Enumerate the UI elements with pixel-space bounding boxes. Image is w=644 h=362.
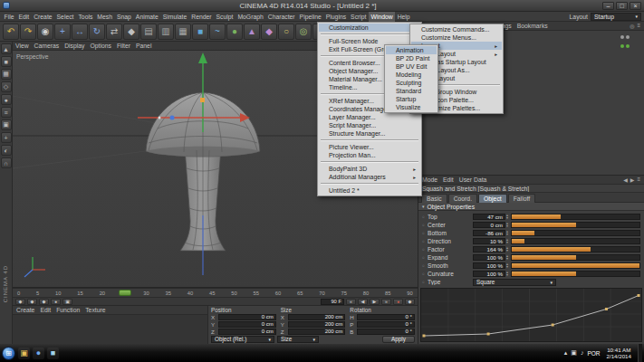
menu-item[interactable] bbox=[321, 33, 418, 35]
layout-select[interactable]: Startup ▾ bbox=[591, 13, 641, 21]
record-rotation-icon[interactable]: ◆ bbox=[39, 299, 49, 305]
autokey-button[interactable]: ◆ bbox=[405, 299, 415, 305]
menu-item[interactable]: BodyPaint 3D ▸ bbox=[319, 165, 420, 173]
value-field[interactable]: 47 cm bbox=[473, 214, 505, 220]
record-position-icon[interactable]: ◆ bbox=[15, 299, 25, 305]
value-field[interactable]: 164 % bbox=[473, 246, 505, 252]
goto-start-button[interactable]: « bbox=[346, 299, 356, 305]
next-frame-button[interactable]: » bbox=[381, 299, 391, 305]
vp-menu-filter[interactable]: Filter bbox=[117, 43, 130, 49]
taskbar-clock[interactable]: 10:41 AM 2/14/2014 bbox=[603, 347, 634, 359]
tab-basic[interactable]: Basic bbox=[421, 194, 447, 203]
add-camera-icon[interactable]: ◎ bbox=[295, 24, 312, 40]
menu-item[interactable]: Additional Managers ▸ bbox=[319, 173, 420, 181]
value-slider[interactable] bbox=[511, 238, 640, 244]
add-modeling-icon[interactable]: ▲ bbox=[244, 24, 260, 40]
last-tool-icon[interactable]: ⇄ bbox=[106, 24, 122, 40]
add-generator-icon[interactable]: ● bbox=[226, 24, 243, 40]
value-slider[interactable] bbox=[511, 214, 640, 220]
menu-item-animation[interactable]: Animation bbox=[386, 46, 437, 54]
coordinate-field[interactable]: 0 ° bbox=[357, 321, 415, 328]
menu-item[interactable]: Untitled 2 * bbox=[319, 186, 420, 195]
menu-character[interactable]: Character bbox=[265, 12, 297, 22]
polygons-mode-icon[interactable]: ▣ bbox=[1, 119, 12, 130]
rotate-tool-icon[interactable]: ↻ bbox=[89, 24, 105, 40]
render-settings-icon[interactable]: ▦ bbox=[175, 24, 191, 40]
vp-menu-options[interactable]: Options bbox=[90, 43, 111, 49]
value-slider[interactable] bbox=[511, 262, 640, 269]
coordinate-mode-dropdown[interactable]: Object (Rel.) ▾ bbox=[211, 336, 274, 343]
spinner[interactable]: ▴▾ bbox=[506, 254, 508, 260]
mat-menu-edit[interactable]: Edit bbox=[40, 307, 51, 313]
am-forward-icon[interactable]: ▶ bbox=[630, 176, 635, 183]
mat-menu-create[interactable]: Create bbox=[16, 307, 34, 313]
menu-edit[interactable]: Edit bbox=[16, 12, 32, 22]
show-desktop-button[interactable] bbox=[638, 344, 642, 362]
menu-help[interactable]: Help bbox=[395, 12, 412, 22]
value-field[interactable]: 100 % bbox=[473, 254, 505, 261]
workplane-icon[interactable]: ◇ bbox=[1, 81, 12, 92]
om-menu-bookmarks[interactable]: Bookmarks bbox=[517, 23, 548, 29]
menu-script[interactable]: Script bbox=[349, 12, 369, 22]
section-header[interactable]: ▾ Object Properties bbox=[418, 203, 644, 211]
taskbar-folder-icon[interactable]: ▣ bbox=[18, 348, 30, 359]
am-menu-edit[interactable]: Edit bbox=[443, 176, 454, 183]
play-button[interactable]: ▶ bbox=[370, 299, 380, 305]
menu-simulate[interactable]: Simulate bbox=[160, 12, 188, 22]
render-picture-viewer-icon[interactable]: ▥ bbox=[158, 24, 174, 40]
value-slider[interactable] bbox=[511, 271, 640, 277]
type-dropdown[interactable]: Square ▾ bbox=[473, 279, 556, 286]
menu-item[interactable]: BP UV Edit bbox=[386, 62, 437, 71]
menu-tools[interactable]: Tools bbox=[76, 12, 95, 22]
menu-window[interactable]: Window bbox=[369, 12, 395, 22]
menu-sculpt[interactable]: Sculpt bbox=[214, 12, 235, 22]
spinner[interactable]: ▴▾ bbox=[506, 230, 508, 235]
tab-object[interactable]: Object bbox=[478, 194, 507, 203]
spinner[interactable]: ▴▾ bbox=[506, 271, 508, 276]
render-dot[interactable] bbox=[626, 44, 630, 48]
taskbar-browser-icon[interactable]: ● bbox=[33, 348, 44, 359]
mat-menu-texture[interactable]: Texture bbox=[85, 307, 105, 313]
add-primitive-icon[interactable]: ■ bbox=[192, 24, 208, 40]
coordinate-field[interactable]: 200 cm bbox=[288, 314, 346, 320]
maximize-button[interactable]: □ bbox=[616, 2, 628, 10]
tab-coord[interactable]: Coord. bbox=[448, 194, 477, 203]
coordinate-field[interactable]: 0 cm bbox=[218, 314, 276, 320]
spinner[interactable]: ▴▾ bbox=[506, 238, 508, 243]
spinner[interactable]: ▴▾ bbox=[506, 222, 508, 227]
am-menu-mode[interactable]: Mode bbox=[422, 176, 437, 183]
add-spline-icon[interactable]: ~ bbox=[209, 24, 226, 40]
record-parameter-icon[interactable]: ● bbox=[51, 299, 61, 305]
value-slider[interactable] bbox=[511, 222, 640, 228]
points-mode-icon[interactable]: ● bbox=[1, 94, 12, 105]
timeline-ruler[interactable]: 051015202530354045505560657075808590 bbox=[13, 289, 418, 298]
menu-create[interactable]: Create bbox=[32, 12, 54, 22]
spinner[interactable]: ▴▾ bbox=[506, 246, 508, 252]
menu-item[interactable] bbox=[321, 161, 418, 163]
coord-system-icon[interactable]: ◆ bbox=[123, 24, 139, 40]
edges-mode-icon[interactable]: ≡ bbox=[1, 107, 12, 118]
redo-icon[interactable]: ↷ bbox=[20, 24, 36, 40]
value-field[interactable]: 10 % bbox=[473, 238, 505, 244]
menu-item[interactable]: Visualize bbox=[386, 103, 437, 111]
render-view-icon[interactable]: ▤ bbox=[140, 24, 157, 40]
menu-item[interactable]: Picture Viewer... bbox=[319, 143, 420, 151]
menu-plugins[interactable]: Plugins bbox=[323, 12, 348, 22]
menu-item[interactable] bbox=[321, 183, 418, 185]
value-field[interactable]: -86 cm bbox=[473, 230, 505, 236]
vp-menu-cameras[interactable]: Cameras bbox=[34, 43, 60, 49]
model-mode-icon[interactable]: ■ bbox=[1, 56, 12, 67]
add-deformer-icon[interactable]: ◆ bbox=[261, 24, 277, 40]
coordinate-field[interactable]: 0 cm bbox=[218, 329, 276, 335]
coordinate-field[interactable]: 200 cm bbox=[288, 329, 346, 335]
mat-menu-function[interactable]: Function bbox=[56, 307, 80, 313]
menu-item[interactable]: Modeling bbox=[386, 71, 437, 79]
render-dot[interactable] bbox=[626, 35, 630, 39]
menu-item[interactable] bbox=[321, 139, 418, 141]
menu-item[interactable]: Startup bbox=[386, 95, 437, 103]
vp-menu-display[interactable]: Display bbox=[64, 43, 84, 49]
close-button[interactable]: × bbox=[630, 2, 641, 10]
minimize-button[interactable]: – bbox=[602, 2, 614, 10]
falloff-curve-panel[interactable] bbox=[420, 288, 642, 342]
size-mode-dropdown[interactable]: Size ▾ bbox=[277, 336, 319, 343]
